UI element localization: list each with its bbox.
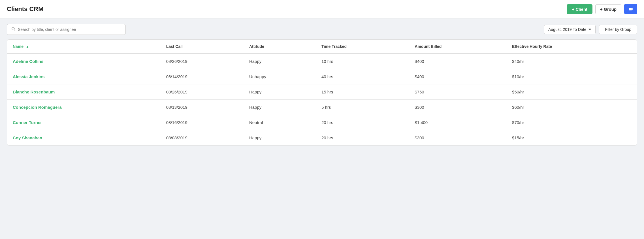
date-filter-button[interactable]: August, 2019 To Date [544,25,596,34]
group-filter-button[interactable]: Filter by Group [599,25,637,34]
table-row: Adeline Collins 08/26/2019 Happy 10 hrs … [7,54,637,69]
amount-billed-cell: $400 [409,54,506,69]
table-body: Adeline Collins 08/26/2019 Happy 10 hrs … [7,54,637,145]
clients-table-container: Name ▲ Last Call Attitude Time Tracked A… [7,39,637,146]
last-call-cell: 08/13/2019 [161,100,244,115]
last-call-cell: 08/14/2019 [161,69,244,84]
table-row: Conner Turner 08/16/2019 Neutral 20 hrs … [7,115,637,130]
toolbar-right: August, 2019 To Date Filter by Group [544,25,637,34]
table-row: Blanche Rosenbaum 08/26/2019 Happy 15 hr… [7,84,637,100]
time-tracked-cell: 10 hrs [316,54,409,69]
effective-hourly-rate-cell: $15/hr [506,130,637,146]
attitude-cell: Happy [244,84,316,100]
header-bar: Clients CRM + Client + Group [0,0,644,18]
table-row: Alessia Jenkins 08/14/2019 Unhappy 40 hr… [7,69,637,84]
effective-hourly-rate-cell: $70/hr [506,115,637,130]
amount-billed-cell: $400 [409,69,506,84]
attitude-cell: Happy [244,130,316,146]
toolbar: August, 2019 To Date Filter by Group [7,24,637,35]
time-tracked-cell: 40 hrs [316,69,409,84]
search-input[interactable] [18,27,121,32]
effective-hourly-rate-cell: $40/hr [506,54,637,69]
date-filter-label: August, 2019 To Date [548,27,586,32]
client-name-cell[interactable]: Alessia Jenkins [7,69,161,84]
amount-billed-cell: $300 [409,100,506,115]
attitude-cell: Neutral [244,115,316,130]
table-header-row: Name ▲ Last Call Attitude Time Tracked A… [7,40,637,54]
sort-arrow-icon: ▲ [26,45,29,49]
amount-billed-cell: $750 [409,84,506,100]
last-call-cell: 08/16/2019 [161,115,244,130]
client-name-cell[interactable]: Concepcion Romaguera [7,100,161,115]
table-row: Concepcion Romaguera 08/13/2019 Happy 5 … [7,100,637,115]
svg-point-0 [12,27,14,30]
effective-hourly-rate-cell: $10/hr [506,69,637,84]
col-header-effective-hourly-rate[interactable]: Effective Hourly Rate [506,40,637,54]
attitude-cell: Unhappy [244,69,316,84]
effective-hourly-rate-cell: $50/hr [506,84,637,100]
last-call-cell: 08/26/2019 [161,54,244,69]
time-tracked-cell: 20 hrs [316,115,409,130]
last-call-cell: 08/08/2019 [161,130,244,146]
attitude-cell: Happy [244,54,316,69]
amount-billed-cell: $1,400 [409,115,506,130]
video-icon [628,7,633,12]
col-header-attitude[interactable]: Attitude [244,40,316,54]
page-title: Clients CRM [7,5,44,13]
client-name-cell[interactable]: Adeline Collins [7,54,161,69]
header-actions: + Client + Group [567,4,637,14]
attitude-cell: Happy [244,100,316,115]
time-tracked-cell: 15 hrs [316,84,409,100]
client-name-cell[interactable]: Coy Shanahan [7,130,161,146]
last-call-cell: 08/26/2019 [161,84,244,100]
add-client-button[interactable]: + Client [567,4,592,14]
col-header-time-tracked[interactable]: Time Tracked [316,40,409,54]
amount-billed-cell: $300 [409,130,506,146]
client-name-cell[interactable]: Blanche Rosenbaum [7,84,161,100]
video-button[interactable] [624,4,637,14]
client-name-cell[interactable]: Conner Turner [7,115,161,130]
time-tracked-cell: 20 hrs [316,130,409,146]
search-wrapper[interactable] [7,24,126,35]
svg-line-1 [14,30,15,31]
clients-table: Name ▲ Last Call Attitude Time Tracked A… [7,40,637,145]
effective-hourly-rate-cell: $60/hr [506,100,637,115]
search-icon [11,27,16,32]
content-area: August, 2019 To Date Filter by Group Nam… [0,18,644,151]
time-tracked-cell: 5 hrs [316,100,409,115]
add-group-button[interactable]: + Group [595,4,621,14]
col-header-amount-billed[interactable]: Amount Billed [409,40,506,54]
col-header-name[interactable]: Name ▲ [7,40,161,54]
table-row: Coy Shanahan 08/08/2019 Happy 20 hrs $30… [7,130,637,146]
page-wrapper: Clients CRM + Client + Group [0,0,644,239]
col-header-last-call[interactable]: Last Call [161,40,244,54]
chevron-down-icon [588,29,591,30]
table-header: Name ▲ Last Call Attitude Time Tracked A… [7,40,637,54]
